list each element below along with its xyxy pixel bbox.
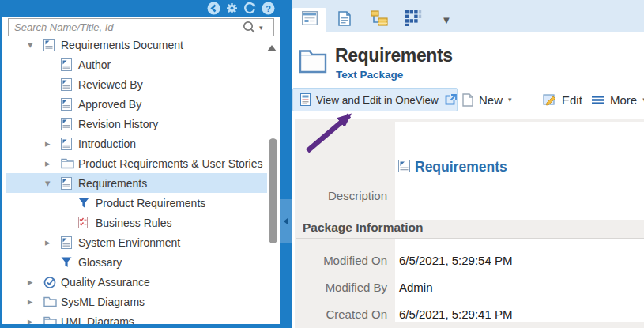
tree-item[interactable]: Revision History [6, 114, 267, 134]
tree-item[interactable]: Author [6, 55, 267, 74]
tree-scrollbar[interactable] [269, 138, 277, 243]
more-menu-icon [592, 95, 604, 105]
tree-item-label: Product Requirements & User Stories [78, 157, 262, 170]
text-item-icon [398, 160, 410, 175]
tree-item-label: Reviewed By [78, 78, 143, 91]
tree-item[interactable]: ▸Quality Assurance [6, 272, 267, 292]
matrix-view-icon [405, 10, 422, 29]
text-doc-icon [61, 98, 74, 111]
tree-item-label: Introduction [78, 138, 136, 150]
tree-item-label: Quality Assurance [61, 276, 150, 288]
refresh-icon[interactable] [243, 2, 257, 18]
info-row-value: 6/5/2021, 5:29:54 PM [399, 247, 512, 274]
tree-item-label: Requirements [78, 177, 147, 190]
tree-item[interactable]: Product Requirements [6, 193, 267, 213]
tab-matrix-view[interactable] [397, 8, 431, 32]
tree-item[interactable]: Reviewed By [6, 74, 267, 94]
tree-item[interactable]: Glossary [6, 252, 267, 272]
tree-item-label: Approved By [78, 98, 141, 111]
collapse-caret-icon[interactable]: ▾ [28, 40, 43, 50]
item-heading: Requirements [398, 159, 507, 175]
expand-caret-icon[interactable]: ▸ [28, 296, 43, 307]
tree-item-label: UML Diagrams [61, 315, 134, 325]
item-heading-label: Requirements [415, 159, 507, 175]
expand-caret-icon[interactable]: ▸ [45, 158, 61, 168]
new-doc-icon [462, 93, 473, 107]
model-tree: ▾Requirements DocumentAuthorReviewed ByA… [2, 36, 280, 324]
info-row-label: Modified On [295, 247, 387, 274]
rules-icon [78, 217, 92, 228]
tree-item[interactable]: ▾Requirements Document [6, 36, 267, 55]
tab-document-view[interactable] [327, 8, 361, 32]
tree-item[interactable]: ▸SysML Diagrams [6, 292, 267, 311]
info-row-value: Admin [399, 274, 433, 301]
hierarchy-view-icon [371, 10, 388, 29]
new-button-label: New [479, 93, 503, 107]
splitter-collapse-handle[interactable] [280, 199, 292, 243]
more-button-label: More [610, 93, 637, 107]
tree-item-label: Author [78, 58, 111, 71]
package-folder-icon [299, 48, 327, 77]
text-doc-icon [43, 39, 57, 51]
edit-pencil-icon [543, 93, 556, 106]
collapse-caret-icon[interactable]: ▾ [45, 178, 61, 188]
panel-splitter[interactable] [280, 0, 292, 328]
tree-item[interactable]: ▾Requirements [6, 173, 267, 193]
oneview-button-label: View and Edit in OneView [316, 94, 439, 106]
new-dropdown-caret-icon: ▾ [508, 96, 512, 104]
info-row-value: 6/5/2021, 5:29:41 PM [399, 301, 512, 328]
oneview-doc-icon [300, 93, 311, 106]
text-doc-icon [61, 177, 74, 190]
tree-item-label: Business Rules [96, 217, 172, 229]
section-divider [296, 238, 644, 239]
info-row-label: Created On [295, 301, 387, 328]
expand-caret-icon[interactable]: ▸ [45, 138, 61, 149]
svg-text:?: ? [266, 4, 271, 13]
expand-caret-icon[interactable]: ▸ [28, 277, 43, 287]
description-label: Description [295, 183, 387, 209]
search-options-caret-icon[interactable]: ▾ [259, 24, 273, 32]
edit-button[interactable]: Edit [543, 88, 582, 111]
tab-hierarchy-view[interactable] [362, 8, 396, 32]
help-icon[interactable]: ? [262, 2, 275, 18]
page-title: Requirements [335, 45, 453, 66]
tree-item[interactable]: ▸Product Requirements & User Stories [6, 153, 267, 173]
tree-item[interactable]: ▸UML Diagrams [6, 311, 267, 324]
info-row: Modified On6/5/2021, 5:29:54 PM [295, 247, 644, 274]
search-icon[interactable] [239, 21, 259, 34]
text-doc-icon [61, 118, 74, 130]
info-row: Modified ByAdmin [295, 274, 644, 301]
tree-item[interactable]: ▸System Environment [6, 232, 267, 252]
tree-item-label: Requirements Document [61, 39, 183, 51]
tree-item[interactable]: Business Rules [6, 213, 267, 232]
tree-item-label: Glossary [78, 256, 122, 269]
left-panel-toolbar: ? [0, 0, 280, 17]
scroll-up-icon[interactable] [267, 45, 277, 51]
oneview-button[interactable]: View and Edit in OneView [292, 88, 458, 111]
folder-icon [61, 158, 74, 169]
new-button[interactable]: New ▾ [462, 88, 512, 111]
page-subtitle: Text Package [336, 69, 403, 81]
tabs-overflow-caret-icon[interactable]: ▼ [432, 8, 461, 32]
back-icon[interactable] [207, 2, 220, 18]
text-doc-icon [61, 236, 74, 249]
view-tabs: ▼ [292, 0, 644, 32]
tree-item[interactable]: Approved By [6, 94, 267, 114]
section-title: Package Information [303, 221, 423, 235]
external-link-icon [444, 93, 458, 106]
tab-details-view[interactable] [292, 8, 326, 32]
text-doc-icon [61, 138, 74, 150]
tree-item[interactable]: ▸Introduction [6, 134, 267, 153]
detail-panel: ▼ Requirements Text Package View and Edi… [292, 0, 644, 328]
item-form: Requirements Description Package Informa… [295, 119, 644, 328]
toolbar: View and Edit in OneView New ▾ Edit [292, 88, 644, 111]
text-doc-icon [61, 78, 74, 91]
expand-caret-icon[interactable]: ▸ [45, 237, 61, 247]
left-panel-body: ▾ ▾Requirements DocumentAuthorReviewed B… [2, 17, 280, 324]
search-input[interactable] [9, 21, 239, 33]
settings-gear-icon[interactable] [225, 2, 239, 18]
tree-item-label: Revision History [78, 118, 158, 130]
expand-caret-icon[interactable]: ▸ [28, 316, 43, 324]
info-row: Created On6/5/2021, 5:29:41 PM [295, 301, 644, 328]
more-button[interactable]: More ▾ [592, 88, 644, 111]
